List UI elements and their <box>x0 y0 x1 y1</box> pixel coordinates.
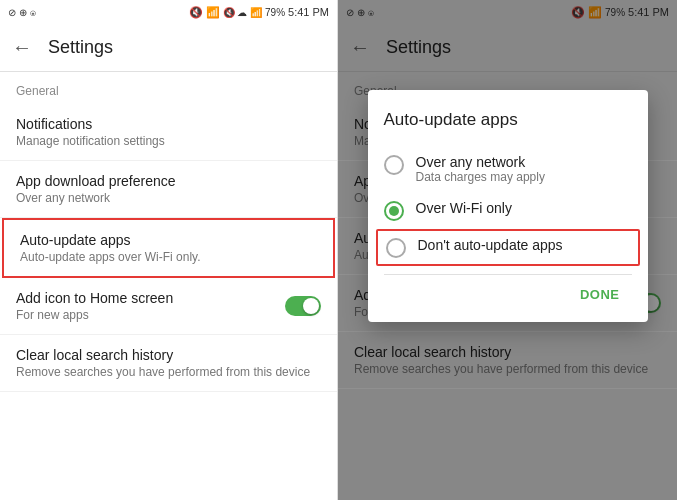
settings-item-app-download-left[interactable]: App download preference Over any network <box>0 161 337 218</box>
time-display: 5:41 PM <box>288 6 329 18</box>
notification-icon: ⊘ ⊕ ⍟ <box>8 7 36 18</box>
dialog-title: Auto-update apps <box>384 110 632 130</box>
dialog-option-over-any[interactable]: Over any network Data charges may apply <box>384 146 632 192</box>
auto-update-dialog: Auto-update apps Over any network Data c… <box>368 90 648 322</box>
status-icons-right: 🔇 📶 🔇 ☁ 📶 79% 5:41 PM <box>189 6 329 19</box>
auto-update-subtitle-left: Auto-update apps over Wi-Fi only. <box>20 250 317 264</box>
clear-history-subtitle-left: Remove searches you have performed from … <box>16 365 321 379</box>
add-icon-subtitle-left: For new apps <box>16 308 173 322</box>
settings-content-left: General Notifications Manage notificatio… <box>0 72 337 500</box>
auto-update-title-left: Auto-update apps <box>20 232 317 248</box>
dialog-option-dont-update-text: Don't auto-update apps <box>418 237 563 253</box>
radio-inner-wifi <box>389 206 399 216</box>
settings-item-notifications-left[interactable]: Notifications Manage notification settin… <box>0 104 337 161</box>
clear-history-title-left: Clear local search history <box>16 347 321 363</box>
top-bar-left: ← Settings <box>0 24 337 72</box>
add-icon-toggle-left[interactable] <box>285 296 321 316</box>
notifications-title-left: Notifications <box>16 116 321 132</box>
radio-over-wifi[interactable] <box>384 201 404 221</box>
dialog-option-over-any-text: Over any network Data charges may apply <box>416 154 545 184</box>
dialog-overlay[interactable]: Auto-update apps Over any network Data c… <box>338 0 677 500</box>
dialog-actions: DONE <box>384 275 632 314</box>
dialog-option-over-wifi-text: Over Wi-Fi only <box>416 200 512 216</box>
add-icon-text-left: Add icon to Home screen For new apps <box>16 290 173 322</box>
radio-dont-update[interactable] <box>386 238 406 258</box>
dialog-option-over-any-label: Over any network <box>416 154 545 170</box>
page-title-left: Settings <box>48 37 113 58</box>
dialog-option-over-wifi[interactable]: Over Wi-Fi only <box>384 192 632 229</box>
right-panel: ⊘ ⊕ ⍟ 🔇 📶 79% 5:41 PM ← Settings General… <box>338 0 677 500</box>
mute-icon: 🔇 <box>189 6 203 19</box>
settings-item-auto-update-left[interactable]: Auto-update apps Auto-update apps over W… <box>2 218 335 278</box>
battery-text: 🔇 ☁ 📶 79% <box>223 7 285 18</box>
radio-over-any[interactable] <box>384 155 404 175</box>
left-panel: ⊘ ⊕ ⍟ 🔇 📶 🔇 ☁ 📶 79% 5:41 PM ← Settings G… <box>0 0 338 500</box>
settings-item-clear-history-left[interactable]: Clear local search history Remove search… <box>0 335 337 392</box>
wifi-icon: 📶 <box>206 6 220 19</box>
dialog-option-dont-update-label: Don't auto-update apps <box>418 237 563 253</box>
app-download-subtitle-left: Over any network <box>16 191 321 205</box>
status-icons-left: ⊘ ⊕ ⍟ <box>8 7 36 18</box>
dialog-option-dont-update[interactable]: Don't auto-update apps <box>376 229 640 266</box>
app-download-title-left: App download preference <box>16 173 321 189</box>
settings-item-add-icon-left[interactable]: Add icon to Home screen For new apps <box>0 278 337 335</box>
dialog-option-over-wifi-label: Over Wi-Fi only <box>416 200 512 216</box>
done-button[interactable]: DONE <box>568 279 632 310</box>
dialog-option-over-any-sublabel: Data charges may apply <box>416 170 545 184</box>
status-bar-left: ⊘ ⊕ ⍟ 🔇 📶 🔇 ☁ 📶 79% 5:41 PM <box>0 0 337 24</box>
back-button[interactable]: ← <box>12 36 32 59</box>
section-general-left: General <box>0 72 337 104</box>
notifications-subtitle-left: Manage notification settings <box>16 134 321 148</box>
add-icon-title-left: Add icon to Home screen <box>16 290 173 306</box>
